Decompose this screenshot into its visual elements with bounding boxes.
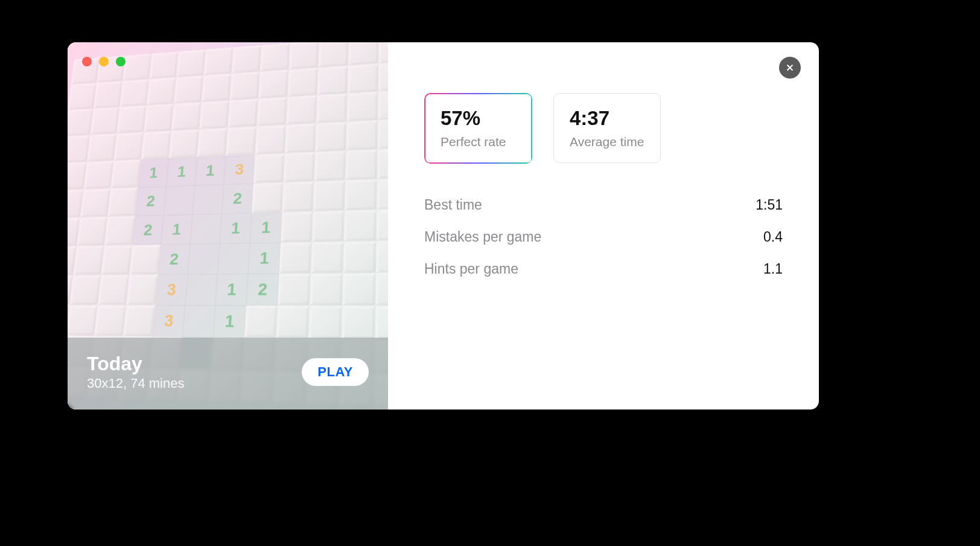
board-cell: 1	[250, 212, 282, 243]
window-traffic-lights	[82, 57, 126, 66]
board-cell	[287, 68, 318, 97]
board-cell	[185, 274, 218, 306]
board-cell	[192, 184, 224, 214]
board-cell	[217, 243, 250, 274]
stat-card-value: 4:37	[570, 107, 644, 130]
board-cell	[110, 159, 141, 188]
stat-card-1[interactable]: 4:37Average time	[553, 93, 661, 163]
board-cell	[147, 77, 176, 106]
board-cell	[202, 74, 232, 102]
board-cell	[310, 273, 343, 306]
board-cell	[376, 240, 388, 273]
board-cell	[149, 51, 179, 79]
window-minimize-dot[interactable]	[99, 57, 109, 66]
board-cell	[253, 153, 285, 184]
close-button[interactable]	[779, 57, 801, 79]
game-footer-text: Today 30x12, 74 mines	[87, 353, 184, 391]
board-cell: 3	[224, 155, 255, 184]
stat-card-value: 57%	[441, 107, 515, 130]
board-cell	[199, 100, 229, 129]
board-cell: 3	[156, 274, 188, 305]
board-cell	[378, 89, 388, 120]
board-cell	[141, 131, 171, 160]
board-cell	[342, 306, 375, 339]
stat-label: Mistakes per game	[424, 229, 541, 245]
stat-cards: 57%Perfect rate4:37Average time	[424, 93, 783, 163]
board-cell	[279, 242, 311, 274]
board-cell	[169, 129, 200, 158]
stat-row: Best time1:51	[424, 197, 783, 213]
board-cell	[68, 109, 94, 136]
board-cell	[278, 274, 311, 306]
app-window: 11132221112131231 Today 30x12, 74 mines …	[68, 42, 819, 410]
stat-label: Hints per game	[424, 261, 518, 277]
board-cell	[343, 241, 376, 273]
board-cell	[311, 242, 344, 274]
game-preview-panel: 11132221112131231 Today 30x12, 74 mines …	[68, 42, 388, 410]
board-cell	[190, 214, 222, 244]
board-cell	[345, 179, 377, 211]
board-cell: 1	[213, 306, 246, 338]
board-cell	[244, 306, 278, 338]
board-cell	[312, 211, 345, 242]
board-cell	[122, 54, 151, 82]
window-close-dot[interactable]	[82, 57, 92, 66]
board-cell: 1	[220, 213, 252, 244]
board-cell	[171, 102, 202, 130]
board-cell	[144, 104, 174, 132]
board-cell	[94, 81, 122, 109]
board-cell	[94, 305, 126, 336]
board-cell	[285, 123, 316, 153]
board-cell	[174, 75, 203, 104]
board-cell	[377, 148, 388, 179]
board-cell	[107, 187, 138, 216]
board-cell	[126, 275, 158, 306]
board-cell	[255, 125, 287, 155]
stat-rows: Best time1:51Mistakes per game0.4Hints p…	[424, 197, 783, 277]
stat-card-0[interactable]: 57%Perfect rate	[424, 93, 532, 163]
stat-value: 1.1	[763, 261, 783, 277]
board-cell	[68, 83, 97, 110]
board-cell	[342, 273, 376, 306]
board-cell	[256, 97, 287, 127]
board-cell	[101, 245, 132, 275]
board-cell	[226, 126, 256, 156]
game-title: Today	[87, 353, 184, 374]
play-button[interactable]: PLAY	[302, 358, 369, 386]
board-cell: 1	[248, 243, 281, 274]
board-cell	[164, 185, 195, 215]
board-cell	[375, 306, 388, 339]
board-cell	[188, 243, 220, 274]
window-zoom-dot[interactable]	[116, 57, 126, 66]
board-cell	[313, 181, 346, 211]
board-cell	[344, 210, 377, 242]
board-cell	[317, 66, 348, 95]
board-cell: 2	[221, 184, 253, 214]
board-cell	[116, 106, 146, 134]
board-cell	[98, 275, 130, 305]
board-cell	[286, 95, 317, 125]
board-cell: 1	[215, 274, 248, 306]
board-cell	[348, 63, 379, 93]
board-cell	[284, 152, 316, 182]
board-cell	[378, 62, 388, 92]
board-cell	[375, 273, 388, 306]
stat-row: Mistakes per game0.4	[424, 229, 783, 245]
board-cell	[73, 246, 104, 275]
board-cell: 2	[135, 187, 166, 216]
board-cell	[282, 181, 314, 212]
board-cell	[119, 79, 149, 107]
board-cell	[104, 216, 135, 246]
board-cell: 1	[138, 158, 169, 187]
board-cell	[183, 306, 215, 338]
board-cell	[308, 306, 342, 339]
board-cell	[77, 217, 107, 246]
board-cell	[315, 122, 346, 152]
board-cell	[113, 132, 144, 161]
stat-value: 0.4	[763, 229, 783, 245]
board-cell: 2	[132, 215, 164, 245]
board-cell: 2	[246, 274, 279, 306]
board-cell	[230, 72, 260, 101]
board-cell	[348, 42, 379, 66]
board-cell: 1	[166, 157, 197, 187]
